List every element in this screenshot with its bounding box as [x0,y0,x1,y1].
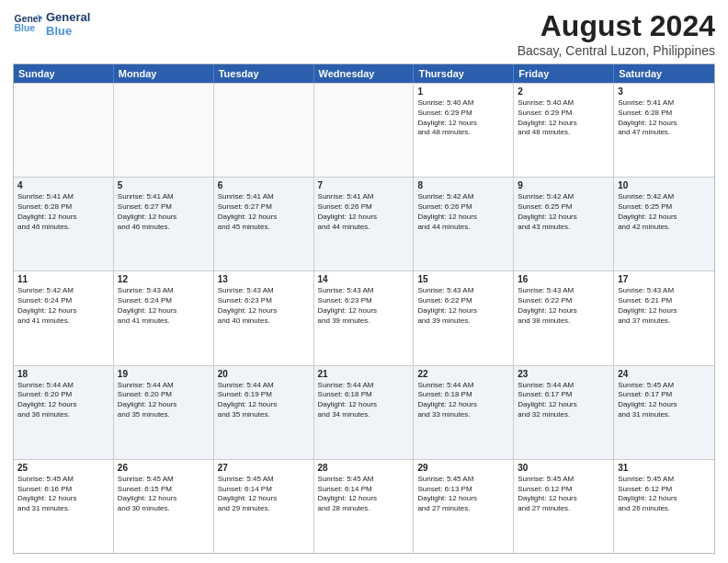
cell-info: Sunrise: 5:43 AM Sunset: 6:23 PM Dayligh… [218,286,310,326]
calendar-cell: 5Sunrise: 5:41 AM Sunset: 6:27 PM Daylig… [114,178,214,270]
day-number: 28 [318,463,410,473]
day-number: 26 [118,463,210,473]
svg-text:Blue: Blue [15,23,36,33]
calendar-cell [114,84,214,177]
day-number: 3 [618,86,711,97]
main-title: August 2024 [518,9,715,43]
calendar-cell: 22Sunrise: 5:44 AM Sunset: 6:18 PM Dayli… [414,366,514,459]
day-number: 27 [218,463,310,473]
day-number: 10 [618,180,711,190]
calendar-cell: 14Sunrise: 5:43 AM Sunset: 6:23 PM Dayli… [314,271,415,364]
day-number: 14 [318,274,410,284]
day-number: 30 [518,463,609,473]
title-block: August 2024 Bacsay, Central Luzon, Phili… [518,9,715,58]
cell-info: Sunrise: 5:42 AM Sunset: 6:24 PM Dayligh… [17,286,109,326]
calendar-cell: 18Sunrise: 5:44 AM Sunset: 6:20 PM Dayli… [14,366,114,459]
logo-icon: General Blue [13,9,42,39]
day-number: 5 [118,180,210,190]
calendar-body: 1Sunrise: 5:40 AM Sunset: 6:29 PM Daylig… [14,83,714,553]
calendar-cell: 23Sunrise: 5:44 AM Sunset: 6:17 PM Dayli… [514,366,614,459]
calendar-cell: 19Sunrise: 5:44 AM Sunset: 6:20 PM Dayli… [114,366,214,459]
calendar: SundayMondayTuesdayWednesdayThursdayFrid… [13,63,715,554]
cell-info: Sunrise: 5:42 AM Sunset: 6:25 PM Dayligh… [618,192,711,232]
cell-info: Sunrise: 5:44 AM Sunset: 6:20 PM Dayligh… [17,381,109,420]
calendar-cell: 30Sunrise: 5:45 AM Sunset: 6:12 PM Dayli… [514,460,614,553]
cell-info: Sunrise: 5:43 AM Sunset: 6:21 PM Dayligh… [618,286,711,326]
calendar-week: 25Sunrise: 5:45 AM Sunset: 6:16 PM Dayli… [14,459,714,553]
day-number: 12 [118,274,210,284]
calendar-cell: 17Sunrise: 5:43 AM Sunset: 6:21 PM Dayli… [614,271,714,364]
day-number: 23 [518,369,609,379]
calendar-cell: 3Sunrise: 5:41 AM Sunset: 6:28 PM Daylig… [614,84,714,177]
cell-info: Sunrise: 5:45 AM Sunset: 6:12 PM Dayligh… [518,475,609,514]
calendar-cell: 24Sunrise: 5:45 AM Sunset: 6:17 PM Dayli… [614,366,714,459]
day-number: 21 [318,369,410,379]
calendar-cell: 15Sunrise: 5:43 AM Sunset: 6:22 PM Dayli… [414,271,514,364]
calendar-cell: 21Sunrise: 5:44 AM Sunset: 6:18 PM Dayli… [314,366,415,459]
weekday-header: Saturday [614,64,714,83]
cell-info: Sunrise: 5:45 AM Sunset: 6:12 PM Dayligh… [618,475,711,514]
calendar-cell: 25Sunrise: 5:45 AM Sunset: 6:16 PM Dayli… [14,460,114,553]
cell-info: Sunrise: 5:43 AM Sunset: 6:23 PM Dayligh… [318,286,410,326]
weekday-header: Wednesday [314,64,415,83]
calendar-cell: 10Sunrise: 5:42 AM Sunset: 6:25 PM Dayli… [614,178,714,270]
day-number: 11 [17,274,109,284]
header: General Blue General Blue August 2024 Ba… [13,9,715,58]
cell-info: Sunrise: 5:43 AM Sunset: 6:24 PM Dayligh… [118,286,210,326]
cell-info: Sunrise: 5:40 AM Sunset: 6:29 PM Dayligh… [518,98,609,138]
calendar-cell: 2Sunrise: 5:40 AM Sunset: 6:29 PM Daylig… [514,84,614,177]
calendar-week: 11Sunrise: 5:42 AM Sunset: 6:24 PM Dayli… [14,270,714,364]
calendar-cell: 9Sunrise: 5:42 AM Sunset: 6:25 PM Daylig… [514,178,614,270]
day-number: 16 [518,274,609,284]
weekday-header: Tuesday [214,64,314,83]
calendar-week: 1Sunrise: 5:40 AM Sunset: 6:29 PM Daylig… [14,83,714,177]
page: General Blue General Blue August 2024 Ba… [0,0,728,563]
calendar-cell: 12Sunrise: 5:43 AM Sunset: 6:24 PM Dayli… [114,271,214,364]
calendar-cell: 13Sunrise: 5:43 AM Sunset: 6:23 PM Dayli… [214,271,314,364]
cell-info: Sunrise: 5:45 AM Sunset: 6:14 PM Dayligh… [218,475,310,514]
cell-info: Sunrise: 5:45 AM Sunset: 6:15 PM Dayligh… [118,475,210,514]
cell-info: Sunrise: 5:40 AM Sunset: 6:29 PM Dayligh… [417,98,509,138]
cell-info: Sunrise: 5:45 AM Sunset: 6:14 PM Dayligh… [318,475,410,514]
calendar-cell [214,84,314,177]
cell-info: Sunrise: 5:44 AM Sunset: 6:19 PM Dayligh… [218,381,310,420]
day-number: 25 [17,463,109,473]
sub-title: Bacsay, Central Luzon, Philippines [518,43,715,58]
day-number: 22 [417,369,509,379]
day-number: 1 [417,86,509,97]
cell-info: Sunrise: 5:42 AM Sunset: 6:25 PM Dayligh… [518,192,609,232]
weekday-header: Sunday [14,64,114,83]
logo: General Blue General Blue [13,9,90,39]
cell-info: Sunrise: 5:44 AM Sunset: 6:17 PM Dayligh… [518,381,609,420]
day-number: 29 [417,463,509,473]
calendar-week: 18Sunrise: 5:44 AM Sunset: 6:20 PM Dayli… [14,365,714,459]
calendar-cell [14,84,114,177]
day-number: 15 [417,274,509,284]
cell-info: Sunrise: 5:44 AM Sunset: 6:20 PM Dayligh… [118,381,210,420]
day-number: 17 [618,274,711,284]
calendar-cell: 7Sunrise: 5:41 AM Sunset: 6:26 PM Daylig… [314,178,415,270]
cell-info: Sunrise: 5:44 AM Sunset: 6:18 PM Dayligh… [417,381,509,420]
calendar-cell: 6Sunrise: 5:41 AM Sunset: 6:27 PM Daylig… [214,178,314,270]
calendar-cell [314,84,415,177]
day-number: 18 [17,369,109,379]
calendar-cell: 28Sunrise: 5:45 AM Sunset: 6:14 PM Dayli… [314,460,415,553]
day-number: 6 [218,180,310,190]
calendar-cell: 8Sunrise: 5:42 AM Sunset: 6:26 PM Daylig… [414,178,514,270]
calendar-cell: 4Sunrise: 5:41 AM Sunset: 6:28 PM Daylig… [14,178,114,270]
cell-info: Sunrise: 5:45 AM Sunset: 6:16 PM Dayligh… [17,475,109,514]
cell-info: Sunrise: 5:43 AM Sunset: 6:22 PM Dayligh… [417,286,509,326]
cell-info: Sunrise: 5:42 AM Sunset: 6:26 PM Dayligh… [417,192,509,232]
calendar-cell: 11Sunrise: 5:42 AM Sunset: 6:24 PM Dayli… [14,271,114,364]
cell-info: Sunrise: 5:45 AM Sunset: 6:13 PM Dayligh… [417,475,509,514]
calendar-cell: 29Sunrise: 5:45 AM Sunset: 6:13 PM Dayli… [414,460,514,553]
calendar-cell: 16Sunrise: 5:43 AM Sunset: 6:22 PM Dayli… [514,271,614,364]
cell-info: Sunrise: 5:43 AM Sunset: 6:22 PM Dayligh… [518,286,609,326]
logo-text: General Blue [46,10,90,38]
day-number: 9 [518,180,609,190]
cell-info: Sunrise: 5:45 AM Sunset: 6:17 PM Dayligh… [618,381,711,420]
calendar-cell: 1Sunrise: 5:40 AM Sunset: 6:29 PM Daylig… [414,84,514,177]
weekday-header: Friday [514,64,614,83]
cell-info: Sunrise: 5:41 AM Sunset: 6:27 PM Dayligh… [218,192,310,232]
weekday-header: Thursday [414,64,514,83]
